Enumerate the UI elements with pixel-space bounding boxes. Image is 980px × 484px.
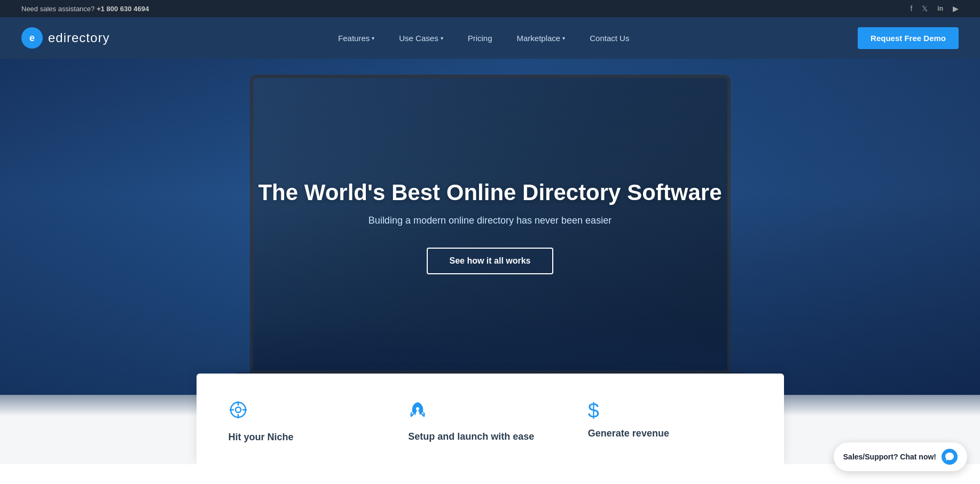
top-bar: Need sales assistance? +1 800 630 4694 f…	[0, 0, 980, 17]
feature-revenue: $ Generate revenue	[588, 400, 752, 443]
contact-link[interactable]: Contact Us	[580, 29, 639, 47]
launch-title: Setup and launch with ease	[408, 431, 534, 442]
pricing-link[interactable]: Pricing	[458, 29, 502, 47]
chat-label: Sales/Support? Chat now!	[843, 453, 936, 461]
nav-item-features: Features ▾	[328, 29, 384, 47]
revenue-title: Generate revenue	[588, 428, 669, 439]
nav-item-use-cases: Use Cases ▾	[389, 29, 452, 47]
marketplace-dropdown-arrow: ▾	[562, 35, 565, 41]
hero-cta-button[interactable]: See how it all works	[427, 248, 553, 274]
logo-name: edirectory	[48, 30, 109, 45]
nav-item-pricing: Pricing	[458, 29, 502, 47]
logo-link[interactable]: e edirectory	[21, 27, 109, 49]
request-demo-button[interactable]: Request Free Demo	[858, 27, 959, 49]
twitter-link[interactable]: 𝕏	[922, 4, 928, 13]
sales-text: Need sales assistance? +1 800 630 4694	[21, 5, 149, 13]
nav-item-marketplace: Marketplace ▾	[507, 29, 575, 47]
nav-links: Features ▾ Use Cases ▾ Pricing Marketpla…	[328, 29, 639, 47]
twitter-icon: 𝕏	[922, 4, 928, 13]
youtube-icon: ▶	[953, 4, 959, 13]
feature-launch: Setup and launch with ease	[408, 400, 572, 443]
linkedin-link[interactable]: in	[937, 4, 943, 13]
phone-number[interactable]: +1 800 630 4694	[97, 5, 149, 13]
chat-icon	[942, 449, 958, 464]
logo-icon: e	[21, 27, 43, 49]
feature-niche: Hit your Niche	[229, 400, 393, 443]
features-link[interactable]: Features ▾	[328, 29, 384, 47]
navbar: e edirectory Features ▾ Use Cases ▾ Pric…	[0, 17, 980, 59]
hero-content: The World's Best Online Directory Softwa…	[247, 180, 732, 274]
facebook-icon: f	[910, 4, 912, 13]
nav-item-contact: Contact Us	[580, 29, 639, 47]
launch-icon	[408, 400, 427, 424]
use-cases-link[interactable]: Use Cases ▾	[389, 29, 452, 47]
social-links: f 𝕏 in ▶	[910, 4, 959, 13]
hero-section: The World's Best Online Directory Softwa…	[0, 59, 980, 395]
niche-icon	[229, 400, 248, 424]
facebook-link[interactable]: f	[910, 4, 912, 13]
svg-point-1	[236, 407, 241, 412]
use-cases-dropdown-arrow: ▾	[441, 35, 443, 41]
linkedin-icon: in	[937, 5, 943, 12]
marketplace-link[interactable]: Marketplace ▾	[507, 29, 575, 47]
svg-point-6	[416, 407, 419, 410]
hero-subheadline: Building a modern online directory has n…	[258, 215, 722, 226]
chat-widget[interactable]: Sales/Support? Chat now!	[834, 442, 967, 464]
revenue-icon: $	[588, 400, 599, 420]
hero-headline: The World's Best Online Directory Softwa…	[258, 180, 722, 205]
features-section: Hit your Niche Setup and launch with eas…	[197, 374, 784, 464]
features-dropdown-arrow: ▾	[372, 35, 374, 41]
youtube-link[interactable]: ▶	[953, 4, 959, 13]
niche-title: Hit your Niche	[229, 432, 294, 443]
